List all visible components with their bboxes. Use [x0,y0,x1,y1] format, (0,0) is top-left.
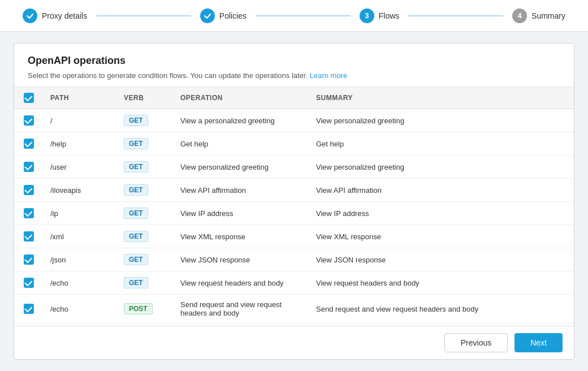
row-summary: View personalized greeting [309,156,574,179]
step-summary: 4 Summary [512,8,565,23]
row-summary: View IP address [309,202,574,225]
row-path: /ip [44,202,117,225]
row-operation: View XML response [174,225,309,248]
row-operation: View API affirmation [174,179,309,202]
row-summary: View JSON response [309,248,574,271]
row-operation: View personalized greeting [174,156,309,179]
row-operation: Send request and view request headers an… [174,295,309,323]
table-row: / GET View a personalized greeting View … [14,109,574,132]
row-summary: View API affirmation [309,179,574,202]
row-checkbox-cell [14,225,44,248]
step-flows: 3 Flows [360,8,400,23]
row-path: /iloveapis [44,179,117,202]
step-label-flows: Flows [379,11,400,20]
col-header-operation: OPERATION [174,87,309,109]
row-checkbox-1[interactable] [24,139,34,149]
row-operation: View request headers and body [174,271,309,295]
row-verb: GET [117,271,174,295]
row-path: /user [44,156,117,179]
table-row: /json GET View JSON response View JSON r… [14,248,574,271]
row-verb: GET [117,225,174,248]
operations-table: PATH VERB OPERATION SUMMARY / GET View a… [14,87,574,323]
card-desc-text: Select the operations to generate condit… [28,71,308,80]
row-verb: GET [117,202,174,225]
row-path: /json [44,248,117,271]
row-checkbox-7[interactable] [24,278,34,288]
table-row: /iloveapis GET View API affirmation View… [14,179,574,202]
step-connector-3 [408,15,503,16]
previous-button[interactable]: Previous [444,333,508,352]
row-summary: Send request and view request headers an… [309,295,574,323]
row-checkbox-6[interactable] [24,254,34,265]
row-operation: View IP address [174,202,309,225]
col-header-checkbox [14,87,44,109]
table-row: /help GET Get help Get help [14,132,574,156]
row-verb: GET [117,179,174,202]
step-policies: Policies [200,8,247,23]
row-summary: View request headers and body [309,271,574,295]
row-checkbox-cell [14,156,44,179]
row-verb: GET [117,248,174,271]
row-verb: GET [117,132,174,156]
row-summary: Get help [309,132,574,156]
table-wrapper[interactable]: PATH VERB OPERATION SUMMARY / GET View a… [14,87,574,326]
select-all-checkbox[interactable] [24,93,34,103]
step-label-policies: Policies [219,11,247,20]
row-checkbox-2[interactable] [24,162,34,172]
row-path: /help [44,132,117,156]
step-proxy-details: Proxy details [23,8,87,23]
col-header-summary: SUMMARY [309,87,574,109]
row-checkbox-3[interactable] [24,185,34,195]
row-checkbox-cell [14,132,44,156]
card-header: OpenAPI operations Select the operations… [14,44,574,87]
table-row: /echo POST Send request and view request… [14,295,574,323]
row-checkbox-5[interactable] [24,231,34,241]
step-circle-proxy-details [23,8,37,23]
row-checkbox-8[interactable] [24,304,34,314]
table-row: /xml GET View XML response View XML resp… [14,225,574,248]
table-row: /echo GET View request headers and body … [14,271,574,295]
row-checkbox-4[interactable] [24,208,34,218]
step-circle-flows: 3 [360,8,374,23]
row-verb: GET [117,109,174,132]
main-content: OpenAPI operations Select the operations… [0,32,588,371]
table-header-row: PATH VERB OPERATION SUMMARY [14,87,574,109]
step-label-proxy-details: Proxy details [42,11,87,20]
row-checkbox-cell [14,295,44,323]
learn-more-link[interactable]: Learn more [310,71,347,80]
card-description: Select the operations to generate condit… [28,71,560,80]
row-checkbox-0[interactable] [24,115,34,126]
row-summary: View personalized greeting [309,109,574,132]
card: OpenAPI operations Select the operations… [14,43,574,360]
row-checkbox-cell [14,179,44,202]
table-row: /ip GET View IP address View IP address [14,202,574,225]
row-checkbox-cell [14,271,44,295]
step-label-summary: Summary [531,11,565,20]
step-connector-2 [256,15,351,16]
next-button[interactable]: Next [514,333,563,352]
row-path: /echo [44,295,117,323]
col-header-verb: VERB [117,87,174,109]
row-verb: POST [117,295,174,323]
row-checkbox-cell [14,202,44,225]
row-verb: GET [117,156,174,179]
card-title: OpenAPI operations [28,55,560,67]
row-checkbox-cell [14,248,44,271]
row-path: /echo [44,271,117,295]
row-checkbox-cell [14,109,44,132]
card-footer: Previous Next [14,326,574,359]
step-circle-policies [200,8,215,23]
step-circle-summary: 4 [512,8,527,23]
row-path: / [44,109,117,132]
table-row: /user GET View personalized greeting Vie… [14,156,574,179]
stepper: Proxy details Policies 3 Flows 4 Summary [0,0,588,32]
row-operation: View a personalized greeting [174,109,309,132]
row-path: /xml [44,225,117,248]
col-header-path: PATH [44,87,117,109]
row-operation: View JSON response [174,248,309,271]
row-summary: View XML response [309,225,574,248]
row-operation: Get help [174,132,309,156]
step-connector-1 [96,15,191,16]
